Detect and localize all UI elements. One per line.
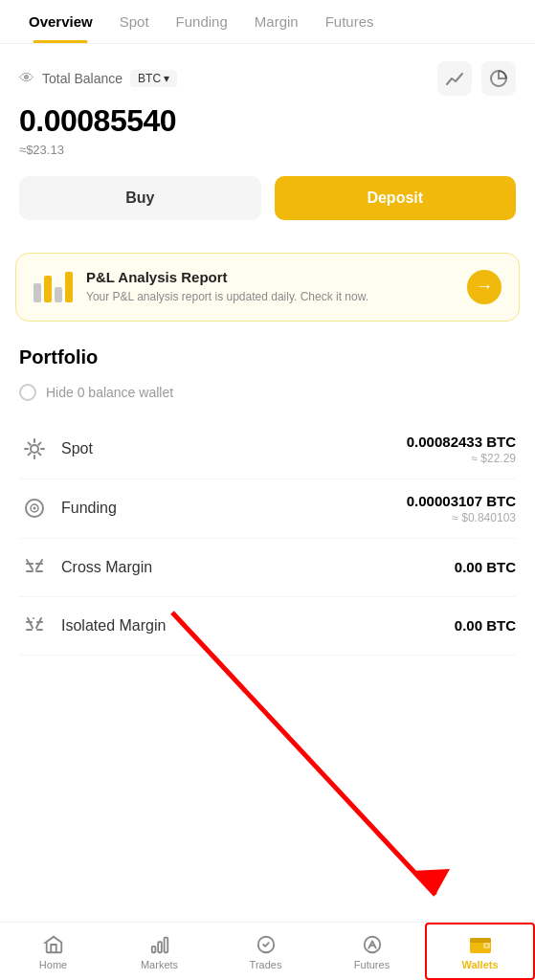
nav-trades-label: Trades [250, 959, 282, 970]
spot-label: Spot [61, 440, 407, 457]
tab-overview[interactable]: Overview [15, 0, 106, 43]
trades-icon [256, 934, 277, 955]
svg-point-3 [33, 507, 36, 510]
bottom-navigation: Home Markets Trades [0, 922, 535, 980]
pnl-title: P&L Analysis Report [86, 269, 454, 285]
chart-icon-button[interactable] [437, 61, 472, 96]
funding-label: Funding [61, 500, 407, 517]
balance-amount: 0.00085540 [19, 103, 516, 139]
pnl-arrow-button[interactable]: → [467, 270, 502, 304]
svg-rect-8 [158, 942, 162, 952]
nav-markets[interactable]: Markets [106, 924, 212, 978]
tab-spot[interactable]: Spot [106, 0, 163, 43]
svg-marker-6 [412, 869, 450, 895]
hide-balance-label: Hide 0 balance wallet [46, 385, 173, 400]
svg-rect-7 [151, 947, 155, 952]
portfolio-item-cross-margin[interactable]: Cross Margin 0.00 BTC [19, 539, 516, 597]
cross-margin-btc: 0.00 BTC [455, 559, 516, 575]
nav-trades[interactable]: Trades [212, 924, 319, 978]
balance-usd: ≈$23.13 [19, 143, 516, 157]
nav-home[interactable]: Home [0, 924, 106, 978]
balance-section: 👁 Total Balance BTC ▾ 0.00085540 ≈$23.13… [0, 44, 535, 235]
spot-btc: 0.00082433 BTC [407, 434, 516, 450]
futures-icon [362, 934, 383, 955]
svg-rect-13 [470, 938, 491, 943]
isolated-margin-label: Isolated Margin [61, 617, 455, 635]
nav-home-label: Home [39, 959, 67, 970]
pnl-chart-icon [33, 272, 73, 302]
tab-funding[interactable]: Funding [163, 0, 241, 43]
cross-margin-values: 0.00 BTC [455, 559, 516, 575]
buy-button[interactable]: Buy [19, 176, 261, 220]
cross-margin-icon [19, 552, 50, 583]
pnl-card[interactable]: P&L Analysis Report Your P&L analysis re… [15, 253, 520, 322]
nav-wallets[interactable]: Wallets [425, 923, 535, 980]
balance-label: Total Balance [42, 71, 123, 86]
nav-futures[interactable]: Futures [319, 924, 425, 978]
home-icon [43, 934, 64, 955]
svg-point-0 [31, 445, 38, 453]
funding-usd: ≈ $0.840103 [407, 511, 516, 524]
portfolio-section: Portfolio Hide 0 balance wallet Spot 0.0… [0, 339, 535, 663]
svg-rect-9 [164, 938, 167, 953]
wallets-icon [469, 934, 492, 955]
portfolio-item-isolated-margin[interactable]: Isolated Margin 0.00 BTC [19, 597, 516, 656]
spot-usd: ≈ $22.29 [407, 452, 516, 465]
nav-futures-label: Futures [354, 959, 390, 970]
nav-wallets-label: Wallets [461, 959, 498, 970]
portfolio-title: Portfolio [19, 346, 516, 368]
eye-icon[interactable]: 👁 [19, 70, 34, 87]
hide-balance-radio[interactable] [19, 384, 36, 401]
deposit-button[interactable]: Deposit [275, 176, 517, 220]
portfolio-item-funding[interactable]: Funding 0.00003107 BTC ≈ $0.840103 [19, 479, 516, 539]
tab-futures[interactable]: Futures [312, 0, 388, 43]
cross-margin-label: Cross Margin [61, 559, 455, 576]
isolated-margin-values: 0.00 BTC [455, 617, 516, 634]
funding-values: 0.00003107 BTC ≈ $0.840103 [407, 493, 516, 524]
pie-icon-button[interactable] [481, 61, 516, 96]
nav-markets-label: Markets [141, 959, 178, 970]
markets-icon [149, 934, 170, 955]
funding-btc: 0.00003107 BTC [407, 493, 516, 509]
action-buttons: Buy Deposit [19, 176, 516, 220]
pnl-text: P&L Analysis Report Your P&L analysis re… [86, 269, 454, 305]
spot-icon [19, 434, 50, 464]
portfolio-item-spot[interactable]: Spot 0.00082433 BTC ≈ $22.29 [19, 420, 516, 479]
funding-icon [19, 493, 50, 523]
currency-badge[interactable]: BTC ▾ [130, 70, 177, 87]
isolated-margin-icon [19, 611, 50, 641]
svg-point-15 [485, 945, 488, 947]
top-navigation: Overview Spot Funding Margin Futures [0, 0, 535, 44]
tab-margin[interactable]: Margin [241, 0, 312, 43]
spot-values: 0.00082433 BTC ≈ $22.29 [407, 434, 516, 465]
pnl-subtitle: Your P&L analysis report is updated dail… [86, 289, 454, 305]
isolated-margin-btc: 0.00 BTC [455, 617, 516, 634]
hide-balance-row: Hide 0 balance wallet [19, 384, 516, 401]
